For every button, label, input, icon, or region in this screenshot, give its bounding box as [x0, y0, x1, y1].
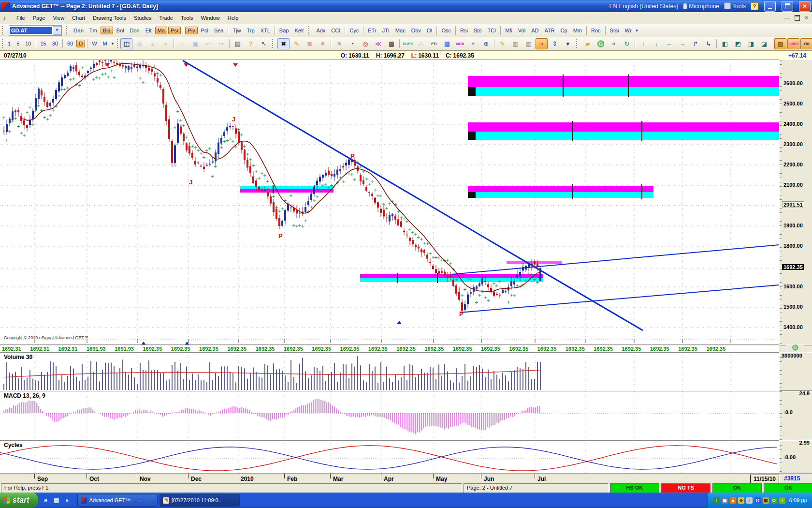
volume-axis[interactable]: 3000000: [779, 352, 812, 391]
menu-window[interactable]: Window: [197, 14, 224, 22]
indicator-oi-button[interactable]: OI: [424, 27, 435, 34]
study-piv-button[interactable]: Piv: [185, 27, 197, 34]
timeframe-1-button[interactable]: 1: [5, 40, 13, 47]
timeframe-30-button[interactable]: 30: [50, 40, 60, 47]
refresh-icon[interactable]: ↻: [621, 38, 633, 49]
pan-right-icon[interactable]: →: [676, 38, 688, 49]
pointer-mode-icon[interactable]: ◉: [133, 38, 145, 49]
mob-study-icon[interactable]: MOB: [454, 38, 466, 49]
highlight-pen-icon[interactable]: ✎: [496, 38, 508, 49]
mdi-window-controls[interactable]: — ×: [784, 15, 808, 21]
cycles-canvas[interactable]: [0, 441, 779, 473]
mdi-close-icon[interactable]: ×: [805, 15, 808, 21]
indicators-overflow-icon[interactable]: ▾: [634, 28, 639, 33]
pti-study-icon[interactable]: PTI: [428, 38, 440, 49]
area-select-icon[interactable]: ▲: [146, 38, 159, 49]
study-don-button[interactable]: Don: [128, 27, 142, 34]
indicator-obv-button[interactable]: Obv: [409, 27, 423, 34]
pan-up-icon[interactable]: ↑: [637, 38, 649, 49]
indicator-etr-button[interactable]: ETr: [365, 27, 378, 34]
last-date-box[interactable]: 11/15/10: [750, 475, 779, 483]
andrews-pitchfork-icon[interactable]: ∴: [415, 38, 427, 49]
language-bar[interactable]: EN English (United States) Microphone To…: [609, 1, 812, 12]
indicator-mm-button[interactable]: Mm: [571, 27, 584, 34]
hand-drag-icon[interactable]: ✦: [467, 38, 479, 49]
security-shield-icon[interactable]: ◆: [738, 497, 744, 504]
langbar-tools-button[interactable]: Tools: [724, 2, 746, 10]
study-pcl-button[interactable]: Pcl: [199, 27, 211, 34]
save-icon[interactable]: ▣: [189, 38, 201, 49]
gann-fan-icon[interactable]: ≪: [372, 38, 384, 49]
toolbar-grip[interactable]: [66, 26, 69, 35]
context-help-icon[interactable]: ↖: [258, 38, 270, 49]
symbol-combobox[interactable]: GD.AT ▼: [9, 25, 62, 36]
indicator-osc-button[interactable]: Osc: [439, 27, 453, 34]
show-desktop-icon[interactable]: ▦: [53, 496, 60, 504]
indicator-cyc-button[interactable]: Cyc: [347, 27, 361, 34]
study-gan-button[interactable]: Gan: [71, 27, 86, 34]
indicator-tci-button[interactable]: TCI: [485, 27, 498, 34]
indicator-atr-button[interactable]: ATR: [542, 27, 557, 34]
menu-page[interactable]: Page: [29, 14, 49, 22]
title-bar[interactable]: Advanced GET™ -- Page 2: Untitled 7 - [G…: [0, 0, 812, 12]
taskbar-clock[interactable]: 6:09 μμ: [789, 497, 807, 503]
timeframe-overflow-icon[interactable]: ▾: [110, 41, 116, 46]
close-button[interactable]: ×: [799, 1, 811, 12]
study-tjw-button[interactable]: Tjw: [230, 27, 243, 34]
volume-canvas[interactable]: [0, 353, 779, 390]
langbar-help-icon[interactable]: ?: [751, 2, 758, 10]
toolbar-grip[interactable]: [272, 39, 275, 48]
indicator-roc-button[interactable]: Roc: [589, 27, 603, 34]
target-zone-icon[interactable]: ◎: [359, 38, 371, 49]
menu-file[interactable]: File: [13, 14, 29, 22]
study-ma-button[interactable]: Ma: [155, 27, 167, 34]
indicator-cci-button[interactable]: CCI: [329, 27, 343, 34]
indicator-srsi-button[interactable]: Srsi: [608, 27, 622, 34]
media-player-icon[interactable]: ●: [63, 496, 71, 504]
study-bol-button[interactable]: Bol: [114, 27, 127, 34]
time-axis[interactable]: 11/15/10 #3915 SepOctNovDec2010FebMarApr…: [0, 473, 812, 484]
restore-button[interactable]: [782, 1, 793, 12]
nvidia-settings-icon[interactable]: ◗: [779, 497, 785, 504]
indicator-adx-button[interactable]: Adx: [314, 27, 328, 34]
symbol-value[interactable]: GD.AT: [10, 27, 52, 34]
toolbar-grip[interactable]: [576, 39, 579, 48]
minimize-button[interactable]: [764, 1, 776, 12]
toolbar-grip[interactable]: [308, 26, 311, 35]
pan-down-icon[interactable]: ↓: [650, 38, 662, 49]
timeframe-15-button[interactable]: 15: [38, 40, 49, 47]
indicator-mac-button[interactable]: Mac: [393, 27, 408, 34]
open-group-icon[interactable]: ▰: [581, 38, 594, 49]
fib-display-icon[interactable]: FIB: [800, 38, 812, 49]
start-button[interactable]: start: [0, 493, 38, 508]
task-button-0[interactable]: Advanced GET™ -- ...: [77, 494, 158, 507]
price-chart-canvas[interactable]: JJPPP: [0, 60, 779, 345]
timeframe-5-button[interactable]: 5: [14, 40, 22, 47]
copy-page-icon[interactable]: ▥: [522, 38, 535, 49]
scales-icon[interactable]: ♎: [594, 38, 607, 49]
compress-horizontal-icon[interactable]: ◧: [719, 38, 731, 49]
step-back-icon[interactable]: ↳: [702, 38, 714, 49]
indicator-rsi-button[interactable]: Rsi: [458, 27, 470, 34]
print-icon[interactable]: ▤: [232, 38, 244, 49]
menu-chart[interactable]: Chart: [68, 14, 89, 22]
toolbar-grip[interactable]: [2, 39, 3, 48]
internet-explorer-icon[interactable]: e: [42, 496, 50, 504]
time-cycle-icon[interactable]: ◔: [346, 38, 358, 49]
indicator-cp-button[interactable]: Cp: [558, 27, 570, 34]
study-kelt-button[interactable]: Kelt: [292, 27, 306, 34]
study-tm-button[interactable]: Tm: [87, 27, 100, 34]
cycles-axis[interactable]: 2.99 -0.00: [779, 440, 812, 473]
dotted-grid-icon[interactable]: ▩: [774, 38, 786, 49]
network-activity-icon[interactable]: ↕: [713, 497, 720, 504]
indicator-vol-button[interactable]: Vol: [516, 27, 528, 34]
study-bap-button[interactable]: Bap: [277, 27, 291, 34]
timeframe-10-button[interactable]: 10: [23, 40, 33, 47]
menu-trade[interactable]: Trade: [156, 14, 177, 22]
compress-diagonal-icon[interactable]: ◩: [732, 38, 744, 49]
toolbar-overflow-icon[interactable]: ▾: [562, 38, 574, 49]
timeframe-w-button[interactable]: W: [89, 40, 99, 47]
options-icon[interactable]: O: [608, 38, 620, 49]
update-alert-icon[interactable]: ▲: [730, 497, 736, 504]
menu-studies[interactable]: Studies: [130, 14, 156, 22]
